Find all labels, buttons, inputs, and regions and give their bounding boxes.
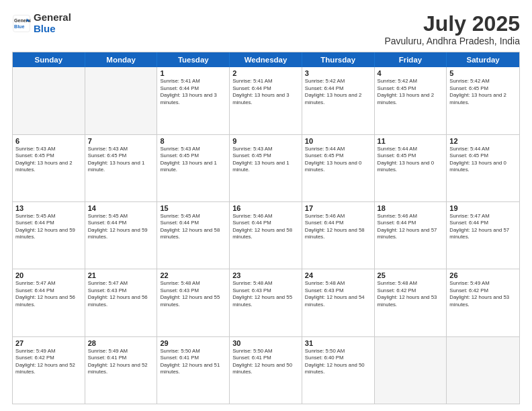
day-cell-20: 20Sunrise: 5:47 AM Sunset: 6:44 PM Dayli… xyxy=(13,269,85,336)
day-cell-8: 8Sunrise: 5:43 AM Sunset: 6:45 PM Daylig… xyxy=(157,135,230,201)
day-info: Sunrise: 5:48 AM Sunset: 6:43 PM Dayligh… xyxy=(305,280,371,308)
day-cell-14: 14Sunrise: 5:45 AM Sunset: 6:44 PM Dayli… xyxy=(85,202,158,269)
svg-rect-0 xyxy=(13,15,30,32)
day-info: Sunrise: 5:45 AM Sunset: 6:44 PM Dayligh… xyxy=(88,213,154,241)
day-number: 17 xyxy=(305,204,371,212)
calendar-row-1: 1Sunrise: 5:41 AM Sunset: 6:44 PM Daylig… xyxy=(13,67,519,134)
day-cell-31: 31Sunrise: 5:50 AM Sunset: 6:40 PM Dayli… xyxy=(302,337,375,404)
day-cell-18: 18Sunrise: 5:46 AM Sunset: 6:44 PM Dayli… xyxy=(375,202,447,269)
day-cell-10: 10Sunrise: 5:44 AM Sunset: 6:45 PM Dayli… xyxy=(302,135,375,201)
day-number: 29 xyxy=(160,339,226,347)
day-number: 23 xyxy=(232,271,299,279)
calendar: SundayMondayTuesdayWednesdayThursdayFrid… xyxy=(12,52,520,404)
day-info: Sunrise: 5:46 AM Sunset: 6:44 PM Dayligh… xyxy=(232,213,299,241)
header: General Blue General Blue July 2025 Pavu… xyxy=(12,12,520,46)
day-number: 20 xyxy=(15,271,82,279)
weekday-header-sunday: Sunday xyxy=(13,52,85,67)
calendar-body: 1Sunrise: 5:41 AM Sunset: 6:44 PM Daylig… xyxy=(13,67,519,404)
day-number: 14 xyxy=(88,204,154,212)
calendar-row-2: 6Sunrise: 5:43 AM Sunset: 6:45 PM Daylig… xyxy=(13,135,519,202)
day-info: Sunrise: 5:48 AM Sunset: 6:43 PM Dayligh… xyxy=(160,280,226,308)
calendar-row-3: 13Sunrise: 5:45 AM Sunset: 6:44 PM Dayli… xyxy=(13,202,519,269)
empty-cell xyxy=(375,337,447,404)
day-number: 18 xyxy=(378,204,444,212)
day-info: Sunrise: 5:41 AM Sunset: 6:44 PM Dayligh… xyxy=(232,78,299,106)
day-cell-24: 24Sunrise: 5:48 AM Sunset: 6:43 PM Dayli… xyxy=(302,269,375,336)
day-info: Sunrise: 5:46 AM Sunset: 6:44 PM Dayligh… xyxy=(305,213,371,241)
day-info: Sunrise: 5:44 AM Sunset: 6:45 PM Dayligh… xyxy=(305,146,371,174)
day-cell-30: 30Sunrise: 5:50 AM Sunset: 6:41 PM Dayli… xyxy=(230,337,302,404)
empty-cell xyxy=(13,67,85,134)
day-cell-29: 29Sunrise: 5:50 AM Sunset: 6:41 PM Dayli… xyxy=(157,337,230,404)
day-cell-2: 2Sunrise: 5:41 AM Sunset: 6:44 PM Daylig… xyxy=(230,67,302,134)
calendar-row-5: 27Sunrise: 5:49 AM Sunset: 6:42 PM Dayli… xyxy=(13,337,519,404)
day-cell-12: 12Sunrise: 5:44 AM Sunset: 6:45 PM Dayli… xyxy=(447,135,519,201)
day-number: 9 xyxy=(232,137,299,145)
day-info: Sunrise: 5:43 AM Sunset: 6:45 PM Dayligh… xyxy=(160,146,226,174)
day-cell-4: 4Sunrise: 5:42 AM Sunset: 6:45 PM Daylig… xyxy=(375,67,447,134)
svg-text:Blue: Blue xyxy=(14,24,24,29)
main-title: July 2025 xyxy=(384,12,520,36)
day-cell-16: 16Sunrise: 5:46 AM Sunset: 6:44 PM Dayli… xyxy=(230,202,302,269)
day-cell-6: 6Sunrise: 5:43 AM Sunset: 6:45 PM Daylig… xyxy=(13,135,85,201)
day-cell-17: 17Sunrise: 5:46 AM Sunset: 6:44 PM Dayli… xyxy=(302,202,375,269)
day-number: 8 xyxy=(160,137,226,145)
day-info: Sunrise: 5:50 AM Sunset: 6:41 PM Dayligh… xyxy=(160,348,226,376)
day-number: 13 xyxy=(15,204,82,212)
page: General Blue General Blue July 2025 Pavu… xyxy=(0,0,532,411)
weekday-header-wednesday: Wednesday xyxy=(230,52,302,67)
calendar-row-4: 20Sunrise: 5:47 AM Sunset: 6:44 PM Dayli… xyxy=(13,269,519,336)
day-number: 30 xyxy=(232,339,299,347)
day-info: Sunrise: 5:42 AM Sunset: 6:45 PM Dayligh… xyxy=(449,78,517,106)
day-info: Sunrise: 5:43 AM Sunset: 6:45 PM Dayligh… xyxy=(88,146,154,174)
day-info: Sunrise: 5:42 AM Sunset: 6:45 PM Dayligh… xyxy=(378,78,444,106)
day-number: 12 xyxy=(449,137,517,145)
day-info: Sunrise: 5:47 AM Sunset: 6:43 PM Dayligh… xyxy=(88,280,154,308)
calendar-header: SundayMondayTuesdayWednesdayThursdayFrid… xyxy=(13,52,519,67)
day-info: Sunrise: 5:48 AM Sunset: 6:43 PM Dayligh… xyxy=(232,280,299,308)
day-info: Sunrise: 5:45 AM Sunset: 6:44 PM Dayligh… xyxy=(160,213,226,241)
day-info: Sunrise: 5:43 AM Sunset: 6:45 PM Dayligh… xyxy=(232,146,299,174)
day-number: 31 xyxy=(305,339,371,347)
day-cell-28: 28Sunrise: 5:49 AM Sunset: 6:41 PM Dayli… xyxy=(85,337,158,404)
day-info: Sunrise: 5:43 AM Sunset: 6:45 PM Dayligh… xyxy=(15,146,82,174)
day-cell-5: 5Sunrise: 5:42 AM Sunset: 6:45 PM Daylig… xyxy=(447,67,519,134)
day-number: 16 xyxy=(232,204,299,212)
day-info: Sunrise: 5:50 AM Sunset: 6:40 PM Dayligh… xyxy=(305,348,371,376)
day-cell-25: 25Sunrise: 5:48 AM Sunset: 6:42 PM Dayli… xyxy=(375,269,447,336)
day-info: Sunrise: 5:41 AM Sunset: 6:44 PM Dayligh… xyxy=(160,78,226,106)
day-number: 7 xyxy=(88,137,154,145)
logo-icon: General Blue xyxy=(12,14,31,33)
day-number: 4 xyxy=(378,69,444,77)
day-cell-1: 1Sunrise: 5:41 AM Sunset: 6:44 PM Daylig… xyxy=(157,67,230,134)
day-info: Sunrise: 5:49 AM Sunset: 6:42 PM Dayligh… xyxy=(449,280,517,308)
day-cell-23: 23Sunrise: 5:48 AM Sunset: 6:43 PM Dayli… xyxy=(230,269,302,336)
day-number: 2 xyxy=(232,69,299,77)
day-number: 1 xyxy=(160,69,226,77)
day-cell-3: 3Sunrise: 5:42 AM Sunset: 6:44 PM Daylig… xyxy=(302,67,375,134)
empty-cell xyxy=(447,337,519,404)
day-cell-7: 7Sunrise: 5:43 AM Sunset: 6:45 PM Daylig… xyxy=(85,135,158,201)
subtitle: Pavuluru, Andhra Pradesh, India xyxy=(384,36,520,46)
day-number: 6 xyxy=(15,137,82,145)
weekday-header-tuesday: Tuesday xyxy=(157,52,230,67)
logo-text-block: General Blue xyxy=(34,12,71,34)
title-block: July 2025 Pavuluru, Andhra Pradesh, Indi… xyxy=(384,12,520,46)
day-number: 11 xyxy=(378,137,444,145)
day-number: 3 xyxy=(305,69,371,77)
day-info: Sunrise: 5:42 AM Sunset: 6:44 PM Dayligh… xyxy=(305,78,371,106)
day-number: 28 xyxy=(88,339,154,347)
day-cell-22: 22Sunrise: 5:48 AM Sunset: 6:43 PM Dayli… xyxy=(157,269,230,336)
day-cell-19: 19Sunrise: 5:47 AM Sunset: 6:44 PM Dayli… xyxy=(447,202,519,269)
logo-general: General xyxy=(34,11,71,23)
day-number: 22 xyxy=(160,271,226,279)
day-cell-26: 26Sunrise: 5:49 AM Sunset: 6:42 PM Dayli… xyxy=(447,269,519,336)
day-number: 10 xyxy=(305,137,371,145)
day-info: Sunrise: 5:48 AM Sunset: 6:42 PM Dayligh… xyxy=(378,280,444,308)
day-number: 19 xyxy=(449,204,517,212)
day-number: 24 xyxy=(305,271,371,279)
day-info: Sunrise: 5:49 AM Sunset: 6:41 PM Dayligh… xyxy=(88,348,154,376)
day-info: Sunrise: 5:44 AM Sunset: 6:45 PM Dayligh… xyxy=(378,146,444,174)
logo-blue: Blue xyxy=(34,23,56,34)
day-cell-27: 27Sunrise: 5:49 AM Sunset: 6:42 PM Dayli… xyxy=(13,337,85,404)
